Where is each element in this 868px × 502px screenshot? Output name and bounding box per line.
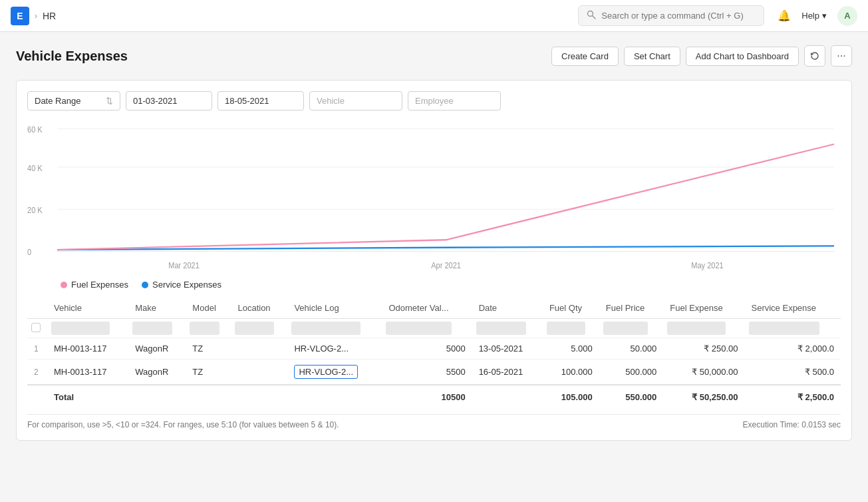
footer-total-label: Total <box>47 385 128 409</box>
footer-bar: For comparison, use >5, <10 or =324. For… <box>27 414 841 429</box>
date-col-filter[interactable] <box>476 322 526 335</box>
cell-date: 16-05-2021 <box>472 360 543 385</box>
chart-area: 60 K 40 K 20 K 0 Mar 2021 Apr 2021 May 2… <box>27 121 841 274</box>
cell-vlog-highlighted[interactable]: HR-VLOG-2... <box>287 360 382 385</box>
legend-fuel: Fuel Expenses <box>61 280 128 290</box>
help-menu[interactable]: Help ▾ <box>801 11 827 21</box>
cell-svcexp: ₹ 2,000.0 <box>745 338 841 360</box>
report-area: Date Range ⇅ 01-03-2021 18-05-2021 Vehic… <box>16 80 852 441</box>
refresh-button[interactable] <box>804 45 825 67</box>
cell-model: TZ <box>186 338 231 360</box>
filters-bar: Date Range ⇅ 01-03-2021 18-05-2021 Vehic… <box>27 91 841 111</box>
cell-date: 13-05-2021 <box>472 338 543 360</box>
svg-text:0: 0 <box>27 248 32 258</box>
svg-text:20 K: 20 K <box>27 205 43 215</box>
create-card-button[interactable]: Create Card <box>551 47 619 66</box>
col-odometer: Odometer Val... <box>382 298 472 319</box>
odometer-col-filter[interactable] <box>386 322 452 335</box>
table-footer-row: Total 10500 105.000 550.000 ₹ 50,250.00 … <box>27 385 841 409</box>
cell-vlog[interactable]: HR-VLOG-2... <box>287 338 382 360</box>
hint-text: For comparison, use >5, <10 or =324. For… <box>27 420 339 429</box>
chart-svg: 60 K 40 K 20 K 0 Mar 2021 Apr 2021 May 2… <box>27 121 841 274</box>
checkbox-header <box>27 298 47 319</box>
cell-location <box>231 338 287 360</box>
col-fuel-qty: Fuel Qty <box>543 298 599 319</box>
cell-make: WagonR <box>128 338 186 360</box>
row-number: 2 <box>34 368 39 377</box>
execution-time: Execution Time: 0.0153 sec <box>743 420 841 429</box>
col-location: Location <box>231 298 287 319</box>
app-icon[interactable]: E <box>11 7 29 25</box>
location-col-filter[interactable] <box>235 322 273 335</box>
col-fuel-price: Fuel Price <box>599 298 663 319</box>
avatar[interactable]: A <box>837 6 857 26</box>
search-input[interactable] <box>601 11 756 21</box>
cell-fuelexp: ₹ 250.00 <box>663 338 744 360</box>
make-col-filter[interactable] <box>132 322 172 335</box>
fuel-legend-label: Fuel Expenses <box>71 280 128 290</box>
fuelprice-col-filter[interactable] <box>603 322 649 335</box>
chart-legend: Fuel Expenses Service Expenses <box>61 280 841 290</box>
search-icon <box>587 10 596 21</box>
more-options-button[interactable]: ··· <box>831 45 852 67</box>
fuel-legend-dot <box>61 282 67 288</box>
chevron-down-icon: ▾ <box>822 11 827 21</box>
date-from-filter[interactable]: 01-03-2021 <box>126 91 212 111</box>
col-fuel-expense: Fuel Expense <box>663 298 744 319</box>
date-range-filter[interactable]: Date Range ⇅ <box>27 91 120 111</box>
table-header-row: Vehicle Make Model Location Vehicle Log … <box>27 298 841 319</box>
cell-fuelqty: 100.000 <box>543 360 599 385</box>
cell-odometer: 5000 <box>382 338 472 360</box>
main-content: Vehicle Expenses Create Card Set Chart A… <box>0 32 868 454</box>
cell-location <box>231 360 287 385</box>
col-make: Make <box>128 298 186 319</box>
cell-svcexp: ₹ 500.0 <box>745 360 841 385</box>
fuelexp-col-filter[interactable] <box>667 322 726 335</box>
add-chart-button[interactable]: Add Chart to Dashboard <box>686 47 799 66</box>
footer-fuelprice: 550.000 <box>599 385 663 409</box>
footer-odometer: 10500 <box>382 385 472 409</box>
footer-fuelqty: 105.000 <box>543 385 599 409</box>
footer-svcexp: ₹ 2,500.0 <box>745 385 841 409</box>
svg-text:Mar 2021: Mar 2021 <box>168 260 200 270</box>
data-table-wrapper: Vehicle Make Model Location Vehicle Log … <box>27 298 841 409</box>
data-table: Vehicle Make Model Location Vehicle Log … <box>27 298 841 409</box>
cell-fuelprice: 50.000 <box>599 338 663 360</box>
svg-text:Apr 2021: Apr 2021 <box>431 260 461 270</box>
cell-odometer: 5500 <box>382 360 472 385</box>
svcexp-col-filter[interactable] <box>749 322 819 335</box>
nav-module-title: HR <box>43 11 56 21</box>
breadcrumb-chevron: › <box>35 11 37 21</box>
service-legend-label: Service Expenses <box>152 280 221 290</box>
table-filter-row <box>27 319 841 338</box>
svg-text:May 2021: May 2021 <box>691 260 724 270</box>
svg-line-1 <box>593 16 596 19</box>
search-bar[interactable] <box>578 5 764 26</box>
cell-fuelqty: 5.000 <box>543 338 599 360</box>
cell-make: WagonR <box>128 360 186 385</box>
vehicle-filter[interactable]: Vehicle <box>309 91 402 111</box>
fuelqty-col-filter[interactable] <box>547 322 585 335</box>
table-row: 1 MH-0013-117 WagonR TZ HR-VLOG-2... 500… <box>27 338 841 360</box>
model-col-filter[interactable] <box>190 322 219 335</box>
service-legend-dot <box>142 282 148 288</box>
set-chart-button[interactable]: Set Chart <box>624 47 680 66</box>
row-number: 1 <box>34 344 39 354</box>
notification-bell-icon[interactable]: 🔔 <box>778 9 791 22</box>
date-to-filter[interactable]: 18-05-2021 <box>217 91 304 111</box>
cell-model: TZ <box>186 360 231 385</box>
cell-vehicle: MH-0013-117 <box>47 360 128 385</box>
page-title: Vehicle Expenses <box>16 49 128 64</box>
table-row: 2 MH-0013-117 WagonR TZ HR-VLOG-2... 550… <box>27 360 841 385</box>
col-model: Model <box>186 298 231 319</box>
select-all-checkbox[interactable] <box>31 323 41 332</box>
cell-fuelexp: ₹ 50,000.00 <box>663 360 744 385</box>
svg-text:40 K: 40 K <box>27 163 43 173</box>
date-range-label: Date Range <box>35 96 80 106</box>
vehicle-col-filter[interactable] <box>51 322 110 335</box>
vlog-col-filter[interactable] <box>291 322 361 335</box>
svg-text:60 K: 60 K <box>27 125 43 135</box>
employee-filter[interactable]: Employee <box>408 91 501 111</box>
cell-vehicle: MH-0013-117 <box>47 338 128 360</box>
legend-service: Service Expenses <box>142 280 221 290</box>
